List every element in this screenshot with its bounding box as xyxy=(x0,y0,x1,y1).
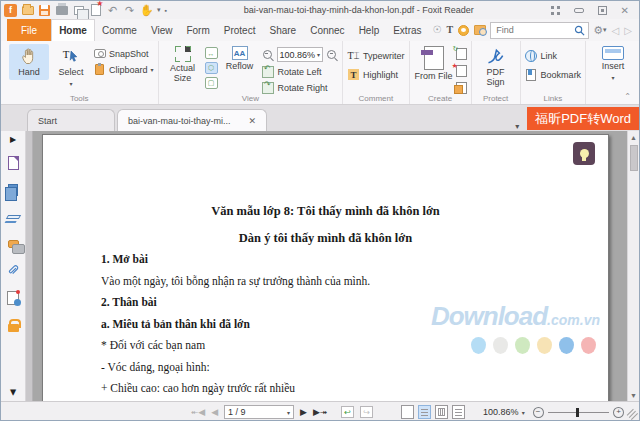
history-forward-icon[interactable]: ▷ xyxy=(624,25,632,36)
find-input[interactable] xyxy=(494,24,574,36)
page-number-field[interactable]: 1 / 9 ▾ xyxy=(224,405,294,419)
blank-page-icon[interactable] xyxy=(456,48,467,60)
tab-connect[interactable]: Connec xyxy=(303,19,351,41)
pdf-page[interactable]: Văn mẫu lớp 8: Tôi thấy mình đã khôn lớn… xyxy=(42,134,609,401)
continuous-view-button[interactable] xyxy=(418,405,431,419)
page-thumbnails-button[interactable] xyxy=(5,182,21,198)
sidebar-collapse-icon[interactable]: ▶ xyxy=(9,389,18,395)
fit-visible-icon[interactable]: ▢ xyxy=(205,77,218,89)
typewriter-button[interactable]: T⌶ Typewriter xyxy=(347,49,405,62)
scrollbar-thumb[interactable] xyxy=(630,145,638,171)
reflow-button[interactable]: AA Reflow xyxy=(220,44,260,74)
close-button[interactable]: ✕ xyxy=(621,5,629,16)
previous-page-button[interactable]: ◀ xyxy=(211,407,218,417)
save-button[interactable] xyxy=(38,4,51,16)
assistant-lightbulb-icon[interactable]: ☉ xyxy=(433,25,442,35)
resize-grip[interactable] xyxy=(630,408,639,417)
from-scanner-icon[interactable] xyxy=(456,65,467,77)
print-button[interactable] xyxy=(55,4,68,16)
tab-form[interactable]: Form xyxy=(179,19,216,41)
start-tab[interactable]: Start xyxy=(27,109,115,131)
pdf-sign-button[interactable]: PDF Sign xyxy=(476,44,516,90)
tab-protect[interactable]: Protect xyxy=(217,19,263,41)
scroll-up-icon[interactable]: ▲ xyxy=(630,131,637,143)
tab-list-dropdown-icon[interactable]: ▾ xyxy=(507,122,527,131)
foxit-logo-icon[interactable]: f xyxy=(4,4,17,17)
vertical-scrollbar[interactable]: ▲ ▼ xyxy=(627,131,639,401)
fit-page-icon[interactable]: ⬡ xyxy=(205,62,218,74)
layout-grid-icon[interactable] xyxy=(551,6,560,15)
actual-size-button[interactable]: Actual Size xyxy=(163,44,203,86)
quick-access-dropdown-icon[interactable]: ▾ xyxy=(157,6,161,14)
snapshot-button[interactable]: SnapShot xyxy=(93,47,154,60)
document-tab[interactable]: bai-van-mau-toi-thay-mi... ✕ xyxy=(117,109,267,131)
minimize-button[interactable] xyxy=(574,8,584,13)
panel-divider[interactable] xyxy=(26,131,33,401)
security-panel-button[interactable] xyxy=(5,317,21,333)
tab-share[interactable]: Share xyxy=(262,19,303,41)
tab-home[interactable]: Home xyxy=(51,19,95,41)
continuous-facing-view-button[interactable] xyxy=(452,405,465,419)
bookmark-button[interactable]: Bookmark xyxy=(525,68,582,81)
last-page-button[interactable]: ▶⯮ xyxy=(313,407,327,418)
gear-icon[interactable]: ⚙ xyxy=(593,25,603,36)
hand-tool-button[interactable]: Hand xyxy=(9,44,49,80)
highlight-button[interactable]: T Highlight xyxy=(347,68,405,81)
redo-button[interactable]: ↷ xyxy=(123,4,136,16)
facing-view-button[interactable] xyxy=(435,405,448,419)
copy-pages-button[interactable] xyxy=(72,4,85,16)
rotate-right-button[interactable]: Rotate Right xyxy=(262,81,339,94)
tab-view[interactable]: View xyxy=(144,19,180,41)
link-button[interactable]: Link xyxy=(525,49,582,62)
bookmarks-panel-button[interactable] xyxy=(5,155,21,171)
previous-view-button[interactable]: ↩ xyxy=(341,406,354,418)
tab-comment[interactable]: Comme xyxy=(95,19,144,41)
reward-icon[interactable] xyxy=(458,25,469,36)
scroll-down-icon[interactable]: ▼ xyxy=(630,389,637,401)
search-folder-icon[interactable] xyxy=(474,25,486,35)
select-tool-button[interactable]: T Select ▾ xyxy=(51,44,91,89)
from-file-button[interactable]: From File xyxy=(414,44,454,84)
insert-button[interactable]: Insert ▾ xyxy=(590,44,636,83)
tab-help[interactable]: Help xyxy=(352,19,387,41)
from-clipboard-icon[interactable] xyxy=(456,82,467,94)
text-tool-icon[interactable]: T xyxy=(447,25,454,35)
settings-dropdown-icon[interactable]: ▾ xyxy=(603,26,607,34)
zoom-level-dropdown[interactable]: 100.86%▾ xyxy=(277,47,324,62)
tab-close-icon[interactable]: ✕ xyxy=(248,116,256,126)
open-file-button[interactable] xyxy=(21,4,34,16)
first-page-button[interactable]: ⯬◀ xyxy=(191,407,205,418)
zoom-slider[interactable] xyxy=(548,412,610,413)
zoom-slider-handle[interactable] xyxy=(576,408,579,417)
zoom-out-button[interactable]: − xyxy=(533,407,544,418)
collapse-ribbon-icon[interactable]: ⌃ xyxy=(624,92,631,101)
tab-extras[interactable]: Extras xyxy=(386,19,428,41)
zoom-out-icon[interactable] xyxy=(262,49,274,61)
search-icon[interactable] xyxy=(574,25,585,36)
clipboard-button[interactable]: Clipboard ▾ xyxy=(93,63,154,76)
sidebar-expand-icon[interactable]: ▶ xyxy=(10,135,16,144)
create-pdf-button[interactable] xyxy=(89,4,102,16)
fit-width-icon[interactable]: ↔ xyxy=(205,47,218,59)
signatures-panel-button[interactable] xyxy=(5,290,21,306)
zoom-in-icon[interactable] xyxy=(326,49,338,61)
statusbar-zoom-dropdown-icon[interactable]: ▾ xyxy=(522,409,525,416)
comments-panel-button[interactable] xyxy=(5,236,21,252)
hand-tool-quick-button[interactable]: ✋ xyxy=(140,4,153,16)
rotate-left-button[interactable]: Rotate Left xyxy=(262,65,339,78)
layers-panel-button[interactable] xyxy=(5,209,21,225)
single-page-view-button[interactable] xyxy=(401,405,414,419)
doc-line: Vào một ngày, tôi bỗng nhận ra sự trưởng… xyxy=(43,271,608,293)
find-box[interactable] xyxy=(490,22,589,39)
next-view-button[interactable]: ↪ xyxy=(360,406,373,418)
pdf-to-word-button[interactable]: 福昕PDF转Word xyxy=(527,107,639,130)
tip-lightbulb-button[interactable] xyxy=(573,142,595,165)
restore-button[interactable] xyxy=(598,6,607,15)
zoom-in-button[interactable]: + xyxy=(613,407,624,418)
history-back-icon[interactable]: ◁ xyxy=(612,25,620,36)
statusbar-zoom-value[interactable]: 100.86% xyxy=(483,407,519,417)
next-page-button[interactable]: ▶ xyxy=(300,407,307,417)
attachments-panel-button[interactable] xyxy=(5,263,21,279)
file-menu-button[interactable]: File xyxy=(7,19,51,41)
undo-button[interactable]: ↶ xyxy=(106,4,119,16)
